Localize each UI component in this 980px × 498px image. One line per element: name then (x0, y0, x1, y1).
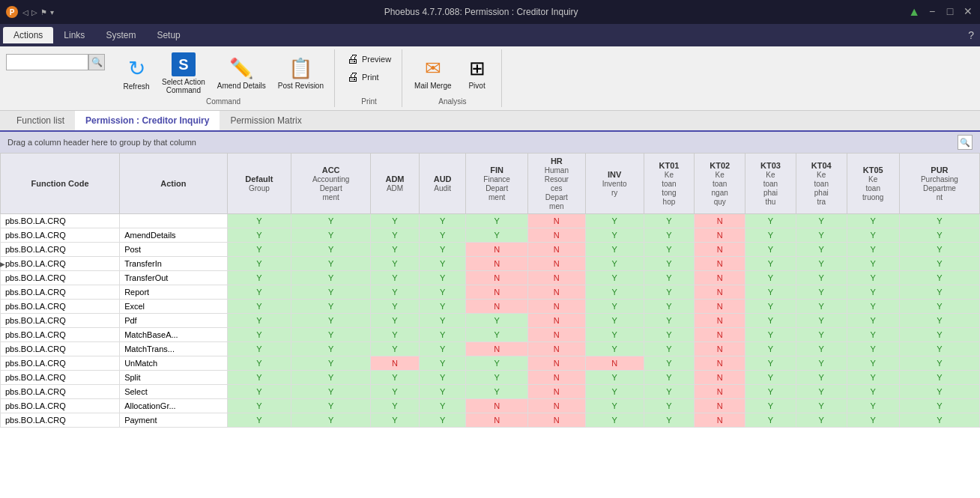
cell-fin[interactable]: N (466, 271, 528, 285)
cell-kt01[interactable]: Y (644, 413, 695, 428)
cell-kt02[interactable]: N (695, 271, 745, 285)
cell-kt02[interactable]: N (695, 300, 745, 314)
amend-details-button[interactable]: ✏️ Amend Details (213, 54, 270, 93)
cell-acc[interactable]: Y (291, 385, 371, 399)
cell-acc[interactable]: Y (291, 342, 371, 356)
cell-hr[interactable]: N (527, 257, 585, 271)
cell-fin[interactable]: Y (466, 314, 528, 328)
cell-kt04[interactable]: Y (796, 243, 847, 257)
cell-kt01[interactable]: Y (644, 271, 695, 285)
cell-aud[interactable]: Y (419, 328, 466, 342)
cell-adm[interactable]: Y (371, 385, 420, 399)
cell-inv[interactable]: Y (585, 243, 644, 257)
cell-adm[interactable]: Y (371, 228, 420, 243)
cell-kt04[interactable]: Y (796, 371, 847, 385)
cell-aud[interactable]: Y (419, 214, 466, 228)
cell-aud[interactable]: Y (419, 243, 466, 257)
cell-aud[interactable]: Y (419, 314, 466, 328)
cell-kt01[interactable]: Y (644, 356, 695, 371)
cell-pur[interactable]: Y (899, 271, 979, 285)
pivot-button[interactable]: ⊞ Pivot (459, 54, 495, 93)
cell-kt03[interactable]: Y (745, 328, 796, 342)
page-tab-permission-creditor-inquiry[interactable]: Permission : Creditor Inquiry (75, 111, 220, 132)
cell-kt02[interactable]: N (695, 385, 745, 399)
cell-pur[interactable]: Y (899, 214, 979, 228)
cell-kt05[interactable]: Y (847, 314, 899, 328)
cell-default[interactable]: Y (227, 328, 291, 342)
cell-default[interactable]: Y (227, 385, 291, 399)
minimize-button[interactable]: − (926, 5, 938, 17)
cell-aud[interactable]: Y (419, 285, 466, 300)
cell-kt05[interactable]: Y (847, 413, 899, 428)
cell-inv[interactable]: Y (585, 371, 644, 385)
cell-kt04[interactable]: Y (796, 399, 847, 413)
cell-kt05[interactable]: Y (847, 342, 899, 356)
cell-kt01[interactable]: Y (644, 285, 695, 300)
cell-kt04[interactable]: Y (796, 214, 847, 228)
cell-default[interactable]: Y (227, 413, 291, 428)
cell-default[interactable]: Y (227, 257, 291, 271)
tab-links[interactable]: Links (53, 27, 95, 43)
cell-inv[interactable]: Y (585, 214, 644, 228)
cell-hr[interactable]: N (527, 385, 585, 399)
col-default-group[interactable]: DefaultGroup (227, 154, 291, 214)
cell-pur[interactable]: Y (899, 300, 979, 314)
cell-kt04[interactable]: Y (796, 356, 847, 371)
cell-kt03[interactable]: Y (745, 271, 796, 285)
cell-aud[interactable]: Y (419, 356, 466, 371)
cell-fin[interactable]: N (466, 243, 528, 257)
cell-kt04[interactable]: Y (796, 285, 847, 300)
cell-inv[interactable]: Y (585, 399, 644, 413)
cell-kt02[interactable]: N (695, 399, 745, 413)
maximize-button[interactable]: □ (944, 5, 956, 17)
cell-fin[interactable]: Y (466, 371, 528, 385)
cell-kt05[interactable]: Y (847, 228, 899, 243)
col-kt04[interactable]: KT04Ketoanphaitra (796, 154, 847, 214)
cell-kt02[interactable]: N (695, 228, 745, 243)
cell-default[interactable]: Y (227, 399, 291, 413)
cell-aud[interactable]: Y (419, 257, 466, 271)
cell-aud[interactable]: Y (419, 399, 466, 413)
cell-kt03[interactable]: Y (745, 257, 796, 271)
col-kt03[interactable]: KT03Ketoanphaithu (745, 154, 796, 214)
cell-kt02[interactable]: N (695, 342, 745, 356)
cell-kt05[interactable]: Y (847, 399, 899, 413)
col-inv[interactable]: INVInventory (585, 154, 644, 214)
cell-default[interactable]: Y (227, 300, 291, 314)
cell-inv[interactable]: Y (585, 300, 644, 314)
cell-hr[interactable]: N (527, 214, 585, 228)
cell-kt05[interactable]: Y (847, 271, 899, 285)
select-action-button[interactable]: S Select Action Command (157, 51, 210, 96)
cell-acc[interactable]: Y (291, 214, 371, 228)
cell-kt01[interactable]: Y (644, 314, 695, 328)
cell-kt01[interactable]: Y (644, 328, 695, 342)
cell-default[interactable]: Y (227, 371, 291, 385)
post-revision-button[interactable]: 📋 Post Revision (273, 54, 328, 93)
refresh-button[interactable]: ↻ Refresh (118, 54, 154, 93)
cell-adm[interactable]: Y (371, 271, 420, 285)
cell-kt03[interactable]: Y (745, 371, 796, 385)
cell-kt02[interactable]: N (695, 257, 745, 271)
cell-fin[interactable]: N (466, 257, 528, 271)
cell-acc[interactable]: Y (291, 399, 371, 413)
cell-inv[interactable]: Y (585, 257, 644, 271)
cell-acc[interactable]: Y (291, 314, 371, 328)
cell-kt01[interactable]: Y (644, 385, 695, 399)
cell-kt01[interactable]: Y (644, 214, 695, 228)
cell-fin[interactable]: N (466, 342, 528, 356)
cell-kt04[interactable]: Y (796, 271, 847, 285)
cell-adm[interactable]: Y (371, 300, 420, 314)
cell-kt03[interactable]: Y (745, 228, 796, 243)
cell-adm[interactable]: Y (371, 413, 420, 428)
cell-acc[interactable]: Y (291, 328, 371, 342)
cell-aud[interactable]: Y (419, 271, 466, 285)
cell-aud[interactable]: Y (419, 342, 466, 356)
data-table-container[interactable]: Function Code Action DefaultGroup ACCAcc… (0, 153, 980, 498)
cell-pur[interactable]: Y (899, 314, 979, 328)
cell-acc[interactable]: Y (291, 413, 371, 428)
cell-acc[interactable]: Y (291, 271, 371, 285)
cell-kt04[interactable]: Y (796, 328, 847, 342)
cell-pur[interactable]: Y (899, 371, 979, 385)
cell-kt01[interactable]: Y (644, 342, 695, 356)
tab-actions[interactable]: Actions (3, 27, 53, 43)
